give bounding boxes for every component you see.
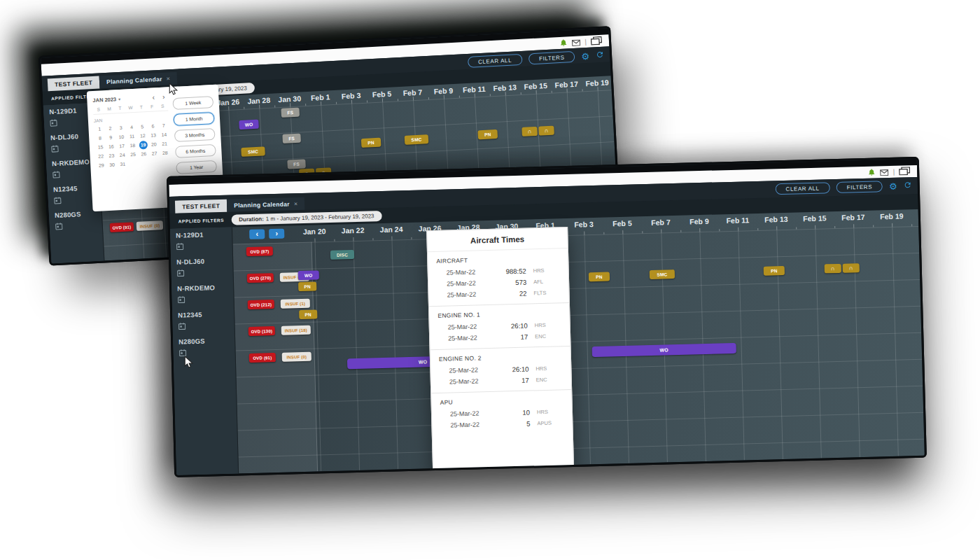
- badge-pn[interactable]: PN: [589, 272, 610, 281]
- scroll-left-button[interactable]: ‹: [249, 229, 265, 239]
- badge-smc[interactable]: SMC: [405, 134, 429, 145]
- calendar-day[interactable]: 28: [160, 148, 171, 158]
- badge-pnicon[interactable]: ∩: [825, 264, 841, 274]
- calendar-day[interactable]: 2: [104, 123, 115, 133]
- calendar-day[interactable]: 29: [96, 160, 107, 170]
- calendar-day[interactable]: 5: [136, 122, 148, 132]
- badge-pn[interactable]: PN: [361, 138, 382, 148]
- calendar-day[interactable]: 12: [137, 131, 148, 141]
- calendar-day[interactable]: 21: [159, 139, 170, 148]
- windows-stack-icon[interactable]: [591, 34, 603, 48]
- calendar-day[interactable]: 14: [158, 130, 169, 139]
- calendar-icon[interactable]: [178, 319, 234, 333]
- badge-fs[interactable]: FS: [282, 134, 301, 144]
- badge-wobar[interactable]: WO: [592, 343, 736, 357]
- badge-pn[interactable]: PN: [764, 266, 785, 276]
- calendar-icon[interactable]: [176, 239, 232, 253]
- calendar-day[interactable]: 15: [95, 142, 106, 152]
- calendar-day[interactable]: 4: [126, 122, 137, 132]
- calendar-day[interactable]: 8: [94, 133, 106, 143]
- badge-insufficient[interactable]: INSUF (0): [136, 220, 164, 231]
- refresh-icon[interactable]: [596, 49, 605, 62]
- duration-preset-button[interactable]: 6 Months: [175, 144, 216, 158]
- calendar-icon[interactable]: [55, 218, 102, 233]
- calendar-days: 1234567891011121314151617181920212223242…: [94, 120, 171, 170]
- settings-gear-icon[interactable]: ⚙: [581, 51, 589, 61]
- badge-overdue[interactable]: OVD (270): [247, 273, 274, 283]
- mail-icon[interactable]: [880, 165, 888, 178]
- badge-wo[interactable]: WO: [298, 270, 319, 280]
- badge-insufficient[interactable]: INSUF (18): [281, 326, 311, 335]
- calendar-day[interactable]: 18: [127, 141, 138, 150]
- calendar-icon[interactable]: [176, 266, 232, 280]
- badge-pnicon[interactable]: ∩: [843, 263, 860, 273]
- calendar-day[interactable]: 23: [106, 150, 118, 160]
- calendar-day[interactable]: 25: [127, 150, 139, 160]
- badge-insufficient[interactable]: INSUF (0): [282, 352, 312, 362]
- badge-overdue[interactable]: OVD (91): [249, 353, 276, 363]
- badge-pn[interactable]: PN: [298, 281, 316, 291]
- close-tab-icon[interactable]: ×: [294, 200, 298, 207]
- calendar-day[interactable]: 26: [138, 149, 149, 159]
- badge-overdue[interactable]: OVD (87): [246, 246, 273, 256]
- tab-test-fleet[interactable]: TEST FLEET: [48, 76, 100, 92]
- calendar-day[interactable]: 30: [106, 160, 118, 169]
- filters-button[interactable]: FILTERS: [528, 51, 575, 64]
- mail-icon[interactable]: [572, 36, 581, 49]
- badge-overdue[interactable]: OVD (91): [110, 222, 134, 232]
- badge-wo[interactable]: WO: [239, 120, 259, 130]
- notification-bell-icon[interactable]: [559, 36, 568, 50]
- badge-overdue[interactable]: OVD (130): [248, 326, 275, 336]
- calendar-day[interactable]: 7: [158, 120, 169, 130]
- tab-test-fleet[interactable]: TEST FLEET: [175, 200, 227, 214]
- calendar-day[interactable]: 24: [117, 150, 128, 160]
- calendar-icon[interactable]: [177, 293, 233, 307]
- next-month-icon[interactable]: ›: [160, 92, 168, 101]
- calendar-day[interactable]: 3: [115, 123, 127, 133]
- badge-disc[interactable]: DISC: [330, 250, 354, 260]
- badge-fs[interactable]: FS: [287, 159, 306, 169]
- refresh-icon[interactable]: [903, 179, 911, 192]
- filters-button[interactable]: FILTERS: [836, 181, 883, 193]
- notification-bell-icon[interactable]: [867, 166, 876, 178]
- calendar-day[interactable]: 11: [127, 132, 138, 141]
- duration-preset-button[interactable]: 1 Month: [174, 112, 215, 126]
- calendar-day[interactable]: 10: [115, 132, 127, 142]
- close-tab-icon[interactable]: ×: [166, 75, 170, 82]
- badge-pn[interactable]: PN: [299, 309, 317, 319]
- duration-filter-pill[interactable]: Duration: 1 m - January 19, 2023 - Febru…: [231, 210, 382, 225]
- badge-pn[interactable]: PN: [477, 130, 498, 139]
- prev-month-icon[interactable]: ‹: [149, 93, 158, 102]
- badge-fs[interactable]: FS: [281, 108, 300, 118]
- calendar-day[interactable]: 6: [148, 121, 159, 131]
- calendar-day[interactable]: 27: [149, 148, 160, 158]
- scroll-right-button[interactable]: ›: [269, 229, 284, 239]
- calendar-day-selected[interactable]: 19: [138, 140, 149, 150]
- calendar-day[interactable]: 17: [116, 141, 127, 151]
- badge-pnicon[interactable]: ∩: [538, 126, 554, 136]
- calendar-day[interactable]: 13: [148, 130, 159, 140]
- calendar-day[interactable]: 22: [95, 151, 106, 161]
- duration-preset-button[interactable]: 3 Months: [174, 128, 216, 142]
- badge-smc[interactable]: SMC: [650, 270, 675, 279]
- duration-preset-button[interactable]: 1 Week: [172, 96, 214, 110]
- badge-smc[interactable]: SMC: [241, 146, 265, 157]
- badge-pnicon[interactable]: ∩: [522, 127, 538, 136]
- duration-preset-button[interactable]: 1 Year: [176, 160, 217, 174]
- clear-all-button[interactable]: CLEAR ALL: [775, 182, 830, 195]
- tab-planning-calendar[interactable]: Planning Calendar ×: [227, 197, 305, 212]
- calendar-day[interactable]: 20: [148, 139, 160, 149]
- clear-all-button[interactable]: CLEAR ALL: [468, 54, 523, 68]
- day-of-week-label: S: [93, 106, 104, 114]
- month-year-dropdown[interactable]: JAN 2023: [92, 96, 116, 104]
- popup-row-date: 25-Mar-22: [432, 410, 491, 418]
- settings-gear-icon[interactable]: ⚙: [889, 181, 897, 190]
- calendar-icon[interactable]: [178, 346, 234, 360]
- windows-stack-icon[interactable]: [899, 165, 910, 178]
- badge-insufficient[interactable]: INSUF (1): [281, 299, 310, 309]
- calendar-day[interactable]: 9: [105, 132, 116, 142]
- badge-overdue[interactable]: OVD (212): [248, 300, 274, 309]
- calendar-day[interactable]: 16: [106, 141, 117, 151]
- calendar-day[interactable]: 1: [94, 124, 105, 134]
- calendar-day[interactable]: 31: [117, 160, 128, 169]
